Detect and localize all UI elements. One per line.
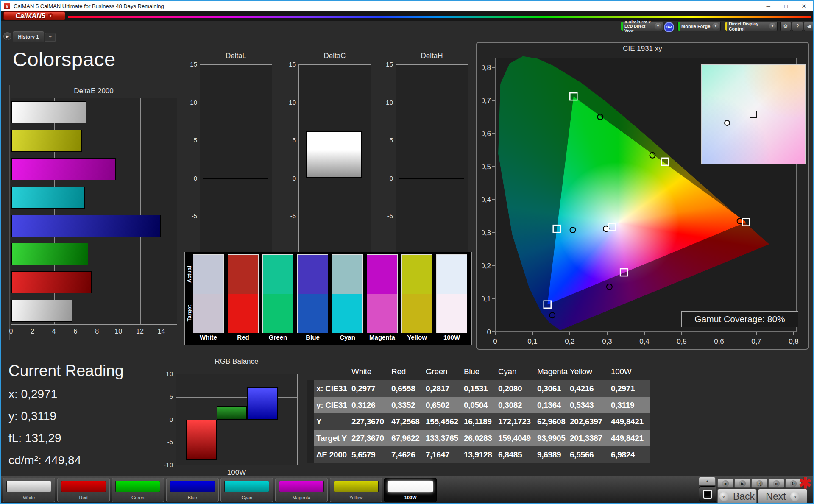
pattern-button-white[interactable]: White — [3, 478, 55, 502]
target-swatch — [402, 294, 432, 333]
gear-icon: ⚙ — [783, 23, 788, 29]
panel-expand-button[interactable]: ▲ — [699, 477, 716, 485]
settings-button[interactable]: ⚙ — [780, 22, 791, 31]
tab-history-1[interactable]: History 1 — [13, 31, 44, 42]
continuous-button[interactable]: ∞ — [768, 479, 784, 488]
y-tick-label: 15 — [375, 61, 393, 68]
calman-menu-button[interactable]: CalMAN5 ▼ — [3, 11, 65, 20]
table-cell: 0,3119 — [610, 397, 650, 413]
maximize-icon[interactable]: □ — [782, 3, 790, 9]
x-tick-label: 4 — [47, 328, 60, 335]
pattern-label: Red — [58, 495, 109, 500]
pattern-button-red[interactable]: Red — [57, 478, 110, 502]
target-swatch — [228, 294, 258, 333]
display-control-dropdown[interactable]: Direct Display Control ▼ — [725, 22, 778, 31]
svg-text:0: 0 — [487, 328, 491, 336]
close-icon[interactable]: ✕ — [800, 3, 808, 9]
pattern-button-cyan[interactable]: Cyan — [220, 478, 273, 502]
target-cyan — [553, 225, 560, 232]
current-reading-title: Current Reading — [8, 362, 123, 380]
svg-text:0: 0 — [493, 337, 497, 345]
chart-title: DeltaC — [290, 52, 379, 60]
target-row-label: Target — [186, 294, 193, 333]
color-patch — [170, 481, 215, 492]
actual-row-label: Actual — [186, 255, 193, 294]
row-label: Target Y — [314, 430, 351, 446]
target-swatch — [437, 294, 467, 333]
help-button[interactable]: ? — [792, 22, 803, 31]
table-cell: 6,9824 — [610, 446, 650, 463]
y-tick-label: -5 — [179, 212, 197, 220]
swatch-label: Yellow — [399, 334, 435, 341]
gridline — [119, 98, 119, 324]
white-point-inset — [701, 64, 806, 164]
help-icon: ? — [796, 23, 799, 29]
table-cell: 133,3765 — [425, 430, 463, 446]
table-cell: 0,2977 — [351, 380, 390, 397]
minimize-icon[interactable]: ─ — [764, 3, 772, 9]
bar-yellow — [11, 130, 82, 152]
table-cell: 155,4562 — [425, 413, 463, 430]
actual-swatch — [263, 255, 293, 294]
svg-text:0,5: 0,5 — [677, 337, 687, 345]
pattern-button-100w[interactable]: 100W — [384, 478, 437, 502]
y-tick-label: -5 — [375, 212, 393, 220]
svg-text:0,6: 0,6 — [482, 130, 491, 138]
col-header-red: Red — [390, 363, 425, 380]
back-button[interactable]: « Back — [717, 489, 757, 504]
table-cell: 227,3670 — [351, 430, 390, 446]
collapse-panel-button[interactable]: ◀ — [804, 22, 814, 31]
gridline — [200, 103, 272, 103]
swatch-label: 100W — [434, 334, 469, 341]
table-cell: 0,4216 — [569, 380, 610, 397]
svg-text:0,4: 0,4 — [482, 196, 491, 204]
svg-text:0,2: 0,2 — [565, 337, 575, 345]
chart-title: RGB Balance — [176, 357, 298, 366]
gridline — [98, 98, 98, 324]
actual-swatch — [193, 255, 223, 294]
pattern-label: Blue — [167, 495, 218, 500]
measured-point-icon — [724, 120, 730, 126]
pattern-button-blue[interactable]: Blue — [166, 478, 219, 502]
actual-swatch — [332, 255, 362, 294]
target-green — [570, 93, 577, 100]
bar-green — [11, 243, 88, 265]
y-tick-label: 0 — [375, 175, 393, 182]
swatch-blue — [297, 254, 328, 333]
play-button[interactable]: ▶ — [734, 479, 750, 488]
swatch-white — [193, 254, 224, 333]
stop-button[interactable]: ■ — [717, 479, 733, 488]
tab-scroll-button[interactable]: ▶ — [3, 32, 11, 40]
y-tick-label: 5 — [179, 136, 197, 144]
pattern-button-green[interactable]: Green — [112, 478, 164, 502]
row-strip — [307, 413, 314, 430]
table-cell: 0,2817 — [425, 380, 463, 397]
swatch-label: Green — [260, 334, 295, 341]
chevron-left-icon: ◀ — [807, 23, 811, 29]
x-tick-label: 8 — [91, 328, 103, 335]
actual-swatch — [367, 255, 397, 294]
chart-title: DeltaE 2000 — [10, 87, 178, 95]
y-tick-label: 15 — [278, 61, 296, 68]
app-icon: 5 — [4, 3, 10, 9]
target-white — [608, 223, 616, 231]
bar-100w — [11, 101, 86, 123]
chevron-double-right-icon: » — [790, 492, 800, 501]
pattern-button-yellow[interactable]: Yellow — [330, 478, 382, 502]
pattern-button-magenta[interactable]: Magenta — [275, 478, 328, 502]
next-button[interactable]: Next » — [758, 489, 807, 504]
meter-dropdown[interactable]: X-Rite i1Pro 2 LCD Direct View ▼ — [621, 22, 663, 31]
row-label: Y — [314, 413, 351, 430]
chevron-right-icon: ▶ — [6, 34, 9, 39]
svg-text:0,3: 0,3 — [602, 337, 612, 345]
target-yellow — [661, 158, 669, 165]
cie-chart-title: CIE 1931 xy — [477, 45, 808, 53]
table-cell: 0,3126 — [351, 397, 390, 413]
svg-text:0,8: 0,8 — [789, 337, 799, 345]
step-button[interactable]: [·] — [751, 479, 767, 488]
stop-session-button[interactable] — [699, 486, 716, 502]
x-tick-label: 0 — [5, 328, 17, 335]
add-tab-button[interactable]: + — [45, 33, 56, 42]
source-dropdown[interactable]: Mobile Forge ▼ — [677, 22, 721, 31]
swatch-label: Cyan — [330, 334, 365, 341]
